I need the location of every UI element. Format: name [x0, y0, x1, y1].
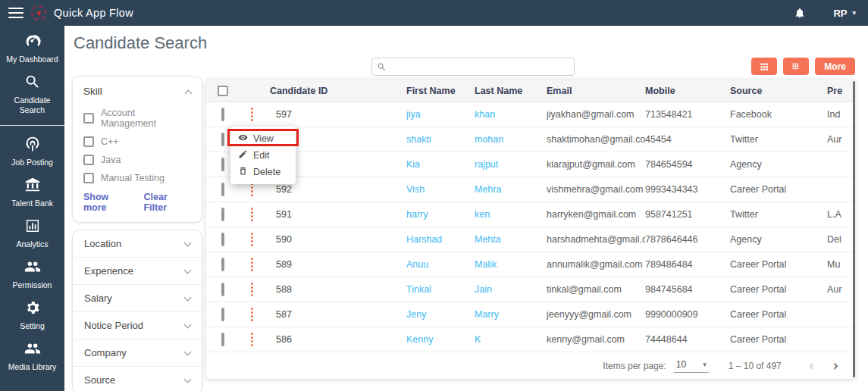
table-row: 591harrykenharryken@gmail.com958741251Tw…	[206, 202, 855, 227]
vertical-scrollbar[interactable]	[853, 81, 855, 377]
dense-grid-view-button[interactable]	[783, 58, 809, 75]
gear-icon	[24, 299, 41, 316]
row-checkbox[interactable]	[221, 308, 224, 321]
filter-section-experience[interactable]: Experience	[73, 258, 202, 285]
row-checkbox[interactable]	[221, 333, 224, 346]
sidebar-item-setting[interactable]: Setting	[0, 299, 64, 331]
context-menu-item-edit[interactable]: Edit	[230, 147, 296, 164]
source-cell: Career Portal	[730, 259, 827, 270]
last-name-link[interactable]: Mehta	[475, 234, 547, 245]
first-name-link[interactable]: harry	[406, 209, 475, 220]
preferred-location-cell: Aur	[827, 134, 855, 145]
next-page-button[interactable]: ›	[823, 358, 848, 373]
context-menu-item-view[interactable]: View	[230, 130, 296, 147]
row-checkbox[interactable]	[221, 183, 224, 196]
last-name-link[interactable]: khan	[475, 109, 547, 120]
first-name-link[interactable]: Kia	[406, 159, 475, 170]
preferred-location-cell: Mu	[827, 259, 855, 270]
first-name-link[interactable]: jiya	[406, 109, 475, 120]
column-header: Candidate ID	[270, 86, 406, 96]
last-name-link[interactable]: Mehra	[475, 184, 547, 195]
select-all-checkbox[interactable]	[218, 86, 228, 96]
more-button[interactable]: More	[815, 58, 855, 75]
first-name-link[interactable]: Jeny	[406, 309, 475, 320]
source-cell: Agency	[730, 234, 827, 245]
user-menu[interactable]: RP ▾	[833, 8, 856, 19]
skill-option[interactable]: C++	[83, 136, 191, 147]
row-checkbox[interactable]	[221, 133, 224, 146]
paginator: Items per page: 10 ▾ 1 – 10 of 497 ‹ ›	[206, 352, 855, 379]
row-actions-dots-icon[interactable]	[251, 258, 253, 271]
last-name-link[interactable]: K	[475, 334, 547, 345]
filter-section-salary[interactable]: Salary	[73, 285, 202, 312]
sidebar-item-label: Candidate Search	[0, 95, 64, 115]
skill-checkbox[interactable]	[83, 113, 94, 124]
filter-section-company[interactable]: Company	[73, 339, 202, 367]
last-name-link[interactable]: ken	[475, 209, 547, 220]
row-actions-dots-icon[interactable]	[251, 208, 253, 221]
sidebar-item-job-posting[interactable]: Job Posting	[0, 136, 64, 167]
search-icon	[377, 62, 387, 72]
last-name-link[interactable]: mohan	[475, 134, 547, 145]
first-name-link[interactable]: Harshad	[406, 234, 475, 245]
column-header: Email	[547, 86, 645, 96]
skill-checkbox[interactable]	[83, 155, 94, 165]
row-checkbox[interactable]	[221, 233, 224, 246]
sidebar-item-my-dashboard[interactable]: My Dashboard	[0, 33, 64, 64]
dashboard-icon	[24, 33, 41, 49]
context-menu-item-delete[interactable]: Delete	[230, 164, 296, 180]
skill-option[interactable]: Account Management	[83, 108, 191, 129]
first-name-link[interactable]: Vish	[406, 184, 475, 195]
table-row: 590HarshadMehtaharshadmehta@gmail.com787…	[206, 227, 855, 252]
sidebar-item-permission[interactable]: Permission	[0, 258, 64, 290]
sidebar-item-analytics[interactable]: Analytics	[0, 217, 64, 249]
skill-option[interactable]: Java	[83, 155, 191, 165]
row-checkbox[interactable]	[221, 283, 224, 296]
sidebar-item-media-library[interactable]: Media Library	[0, 340, 64, 372]
last-name-link[interactable]: Jain	[475, 284, 547, 295]
skill-clear-filter-link[interactable]: Clear Filter	[143, 192, 191, 213]
email-cell: shaktimohan@gmail.com	[547, 134, 645, 145]
chevron-down-icon	[184, 375, 192, 383]
first-name-link[interactable]: Tinkal	[406, 284, 475, 295]
sidebar-item-candidate-search[interactable]: Candidate Search	[0, 74, 64, 115]
row-checkbox[interactable]	[221, 108, 224, 121]
first-name-link[interactable]: Anuu	[406, 259, 475, 270]
skill-checkbox[interactable]	[83, 136, 94, 147]
row-actions-dots-icon[interactable]	[251, 108, 253, 121]
row-actions-dots-icon[interactable]	[251, 183, 253, 196]
items-per-page-select[interactable]: 10 ▾	[674, 359, 709, 373]
skill-option[interactable]: Manual Testing	[83, 173, 191, 183]
chevron-up-icon[interactable]	[185, 89, 193, 97]
skill-checkbox[interactable]	[83, 173, 94, 183]
filter-section-label: Location	[84, 238, 121, 249]
source-cell: Twitter	[730, 134, 827, 145]
filter-section-source[interactable]: Source	[73, 367, 202, 391]
notifications-bell-icon[interactable]	[794, 6, 806, 20]
table-row: 589AnuuMalikannumalik@gmail.com789486484…	[206, 252, 855, 277]
row-actions-dots-icon[interactable]	[251, 233, 253, 246]
grid-view-button[interactable]	[751, 58, 777, 75]
row-actions-dots-icon[interactable]	[251, 333, 253, 346]
filter-section-notice-period[interactable]: Notice Period	[73, 312, 202, 339]
first-name-link[interactable]: Kenny	[406, 334, 475, 345]
row-actions-dots-icon[interactable]	[251, 308, 253, 321]
search-input[interactable]	[391, 58, 574, 75]
row-checkbox[interactable]	[221, 208, 224, 221]
row-checkbox[interactable]	[221, 158, 224, 171]
last-name-link[interactable]: Malik	[475, 259, 547, 270]
last-name-link[interactable]: rajput	[475, 159, 547, 170]
podcast-icon	[24, 136, 41, 152]
sidebar-item-label: Talent Bank	[0, 199, 64, 208]
last-name-link[interactable]: Marry	[475, 309, 547, 320]
email-cell: harshadmehta@gmail.com	[547, 234, 645, 245]
show-more-link[interactable]: Show more	[83, 192, 132, 213]
previous-page-button[interactable]: ‹	[800, 358, 824, 373]
sidebar-item-label: Media Library	[0, 362, 64, 372]
row-actions-dots-icon[interactable]	[251, 283, 253, 296]
row-checkbox[interactable]	[221, 258, 224, 271]
first-name-link[interactable]: shakti	[406, 134, 475, 145]
filter-section-location[interactable]: Location	[73, 230, 202, 258]
hamburger-menu-icon[interactable]	[8, 5, 24, 21]
sidebar-item-talent-bank[interactable]: Talent Bank	[0, 177, 64, 208]
